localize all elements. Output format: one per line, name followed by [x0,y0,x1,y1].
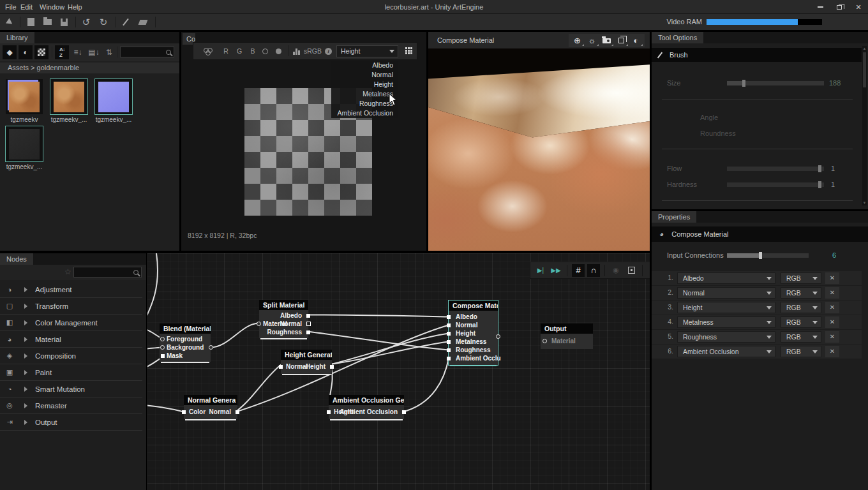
tab-properties[interactable]: Properties [652,211,696,223]
breadcrumb[interactable]: Assets > goldenmarble [0,63,179,73]
render-all-button[interactable]: ▶▶ [550,264,562,277]
mesh-button[interactable] [614,34,629,47]
preview-3d-viewport[interactable] [428,48,650,251]
menu-option-normal[interactable]: Normal [331,70,398,80]
remove-row-button[interactable]: ✕ [825,287,839,299]
expand-caret-icon[interactable] [24,370,27,375]
sort-date-button[interactable]: ▤↓ [87,45,101,59]
channel-select[interactable]: Height [677,302,775,313]
node-split-material[interactable]: Split Material Albedo MaterialNormal Rou… [259,300,308,338]
eraser-tool-button[interactable] [136,15,150,29]
grid-toggle-button[interactable]: # [572,264,585,277]
camera-button[interactable] [599,34,614,47]
new-file-button[interactable] [24,15,38,29]
menu-option-ambient-occlusion[interactable]: Ambient Occlusion [331,108,398,118]
mode-select[interactable]: RGB [781,331,821,343]
category-composition[interactable]: ◈Composition [0,348,142,364]
alpha-channel-icon[interactable] [262,48,268,54]
output-port[interactable] [306,330,310,334]
sort-alpha-button[interactable]: A↓Z [55,45,69,59]
nodes-search[interactable] [73,267,142,278]
channel-select[interactable]: Normal [677,287,775,299]
remove-row-button[interactable]: ✕ [825,346,839,357]
remove-row-button[interactable]: ✕ [825,331,839,343]
input-port[interactable] [447,357,451,360]
mode-select[interactable]: RGB [781,287,821,299]
favorites-star-icon[interactable]: ☆ [64,267,71,276]
open-file-button[interactable] [40,15,54,29]
material-view-button[interactable]: ◆ [3,45,17,59]
menu-option-height[interactable]: Height [331,80,398,89]
flow-slider[interactable] [727,167,824,171]
rgb-channels-icon[interactable] [204,48,214,56]
mode-select[interactable]: RGB [781,302,821,313]
channel-dropdown[interactable]: Height [336,45,398,57]
scrollbar-thumb[interactable] [863,52,866,87]
blue-channel-button[interactable]: B [248,43,257,59]
node-blend-material[interactable]: Blend (Material Foreground Background Ma… [160,323,211,362]
scroll-down-icon[interactable]: ▼ [862,200,867,205]
properties-node-header[interactable]: ◕ Compose Material [652,226,868,242]
image-viewer-panel[interactable]: Co R G B sRGB i Height 8192 x 8192 | R, … [181,32,426,251]
remove-row-button[interactable]: ✕ [825,302,839,313]
scroll-up-icon[interactable]: ▲ [862,46,867,51]
menu-option-albedo[interactable]: Albedo [331,61,398,70]
remove-row-button[interactable]: ✕ [825,272,839,284]
input-port[interactable] [182,410,186,414]
category-material[interactable]: ◕Material [0,331,142,348]
undo-button[interactable]: ↺ [79,15,93,29]
asset-thumbnail[interactable]: tgzmeekv_... [5,126,43,170]
category-paint[interactable]: ▣Paint [0,364,142,381]
output-port[interactable] [209,345,213,350]
expand-caret-icon[interactable] [24,287,27,292]
tab-library[interactable]: Library [0,32,34,43]
sort-direction-button[interactable]: ⇅ [102,45,116,59]
node-output[interactable]: Output Material [541,323,593,349]
panel-layout-button[interactable] [647,264,650,277]
expand-caret-icon[interactable] [24,420,27,425]
input-port[interactable] [447,340,451,344]
output-port[interactable] [236,410,239,414]
expand-caret-icon[interactable] [24,337,27,342]
asset-thumbnail[interactable]: tgzmeekv_... [94,79,133,123]
material-sphere-button[interactable]: ◐ [629,34,643,47]
category-output[interactable]: ⇥Output [0,414,142,431]
render-step-button[interactable]: ▶| [534,264,547,277]
flow-slider-handle[interactable] [818,165,821,172]
hardness-slider-handle[interactable] [818,181,821,188]
size-slider-handle[interactable] [742,80,745,87]
checker-view-button[interactable] [34,45,49,59]
tab-tool-options[interactable]: Tool Options [652,32,703,43]
input-port[interactable] [279,365,283,369]
red-channel-button[interactable]: R [221,43,230,59]
histogram-icon[interactable] [293,48,300,55]
tool-options-scrollbar[interactable]: ▲ ▼ [862,46,867,205]
channel-select[interactable]: Metalness [677,316,775,328]
expand-caret-icon[interactable] [24,353,27,359]
category-smart-mutation[interactable]: ◔Smart Mutation [0,381,142,397]
mode-select[interactable]: RGB [781,346,821,357]
library-search[interactable] [120,47,174,57]
node-compose-material[interactable]: Compose Mater Albedo Normal Height Metal… [449,301,498,365]
environment-button[interactable]: ⊕ [570,34,585,47]
node-ambient-occlusion-generation[interactable]: Ambient Occlusion Gene HeightAmbient Occ… [329,395,404,419]
info-icon[interactable]: i [325,48,332,55]
channel-select[interactable]: Ambient Occlusion [677,346,775,357]
input-connections-slider[interactable] [727,253,809,258]
zoom-button[interactable]: ◉ [610,264,622,277]
category-color-management[interactable]: ◧Color Management [0,315,142,331]
sort-type-button[interactable]: ≡↓ [71,45,85,59]
input-port[interactable] [447,332,451,336]
input-port[interactable] [447,323,451,327]
brush-section-header[interactable]: Brush [652,48,862,62]
category-remaster[interactable]: ◎Remaster [0,397,142,414]
expand-caret-icon[interactable] [24,304,27,309]
mode-select[interactable]: RGB [781,316,821,328]
input-port[interactable] [257,322,261,326]
asset-thumbnail[interactable]: tgzmeekv_... [50,79,88,123]
input-port[interactable] [447,348,451,352]
output-port[interactable] [330,365,334,369]
green-channel-button[interactable]: G [235,43,244,59]
category-transform[interactable]: ▢Transform [0,298,142,315]
save-button[interactable] [57,15,71,29]
